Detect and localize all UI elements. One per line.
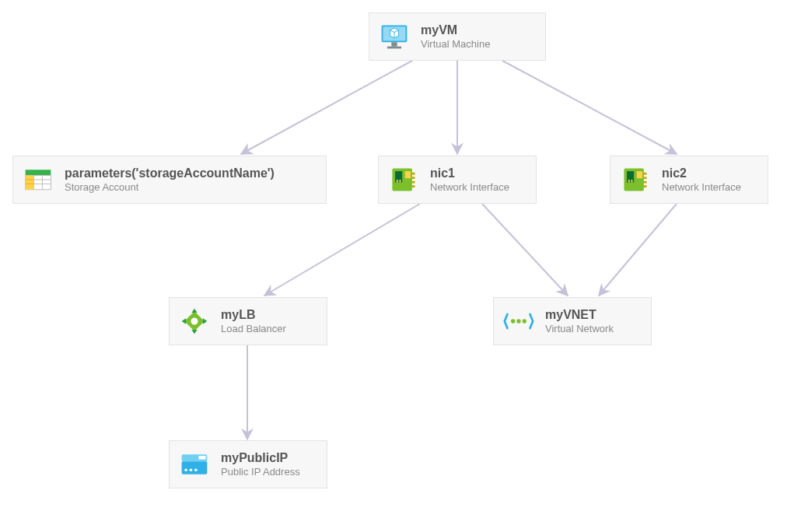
svg-point-45 [184,468,187,471]
svg-point-34 [191,317,198,324]
resource-dependency-diagram: myVM Virtual Machine parameters('storage… [0,0,801,532]
vnet-icon [502,304,536,338]
svg-rect-3 [387,47,401,49]
node-pip[interactable]: myPublicIP Public IP Address [169,440,327,488]
svg-rect-21 [412,177,415,179]
publicip-icon [177,447,212,481]
svg-marker-35 [191,309,197,313]
svg-rect-30 [644,177,647,179]
svg-rect-23 [412,185,415,187]
vm-icon [377,19,411,54]
svg-rect-22 [412,181,415,184]
node-vnet-subtitle: Virtual Network [545,323,614,335]
svg-rect-26 [628,180,630,183]
svg-rect-2 [391,42,397,46]
edge-vm-storage [241,61,412,154]
node-storage-title: parameters('storageAccountName') [65,166,275,181]
edge-vm-nic2 [502,61,677,154]
svg-rect-31 [644,181,647,184]
node-vm-title: myVM [421,23,490,38]
nic-icon [387,163,421,197]
svg-rect-16 [395,171,402,183]
node-vnet-title: myVNET [545,307,614,323]
edge-nic1-lb [264,204,420,296]
svg-marker-36 [191,330,197,334]
svg-rect-43 [182,461,208,474]
svg-rect-17 [397,180,398,183]
svg-point-46 [190,468,193,471]
svg-rect-44 [198,456,205,460]
svg-rect-28 [637,171,642,178]
edge-nic1-vnet [482,204,568,296]
node-nic2-title: nic2 [662,166,741,181]
svg-point-40 [516,319,520,323]
svg-point-47 [194,468,198,471]
node-nic2-subtitle: Network Interface [662,181,741,194]
svg-rect-32 [644,185,647,187]
svg-point-39 [511,319,515,323]
node-nic1[interactable]: nic1 Network Interface [378,156,537,204]
node-lb[interactable]: myLB Load Balancer [169,297,327,345]
svg-rect-25 [627,171,634,183]
node-lb-subtitle: Load Balancer [221,323,286,335]
svg-rect-19 [405,171,411,178]
node-nic1-title: nic1 [430,166,509,181]
node-pip-subtitle: Public IP Address [221,466,300,478]
svg-rect-20 [412,173,415,175]
arrow-layer [0,0,801,532]
loadbalancer-icon [177,304,212,338]
svg-rect-27 [631,180,633,183]
svg-rect-12 [26,176,34,190]
svg-rect-29 [644,173,647,175]
node-vnet[interactable]: myVNET Virtual Network [493,297,652,345]
node-pip-title: myPublicIP [221,450,300,466]
edge-nic2-vnet [599,204,677,296]
node-vm[interactable]: myVM Virtual Machine [369,12,546,61]
svg-marker-37 [182,318,186,324]
node-nic2[interactable]: nic2 Network Interface [610,156,768,204]
node-vm-subtitle: Virtual Machine [421,38,490,51]
nic-icon [618,163,652,197]
node-storage[interactable]: parameters('storageAccountName') Storage… [12,156,327,204]
svg-rect-18 [400,180,401,183]
svg-marker-38 [203,318,207,324]
node-nic1-subtitle: Network Interface [430,181,509,194]
svg-point-41 [523,319,526,323]
storage-icon [21,163,55,197]
node-storage-subtitle: Storage Account [65,181,275,194]
node-lb-title: myLB [221,307,286,323]
svg-rect-6 [26,170,51,175]
